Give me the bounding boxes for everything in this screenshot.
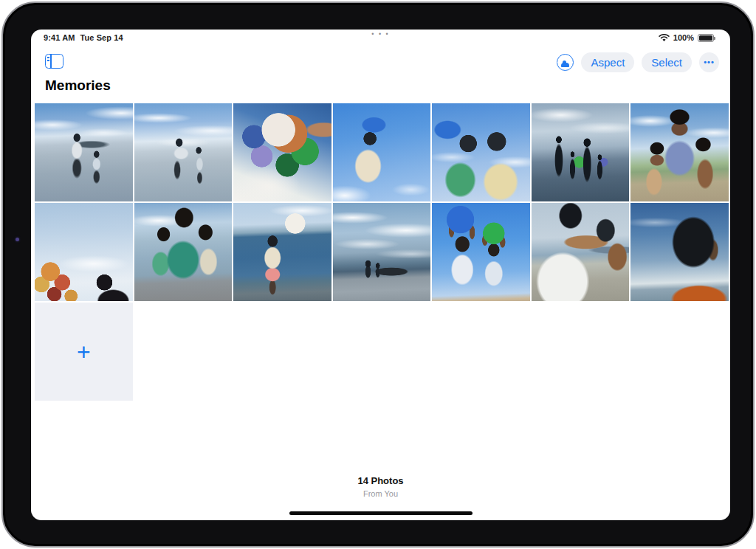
photo-thumbnail[interactable] — [35, 203, 133, 301]
wifi-icon — [659, 34, 670, 42]
more-options-button[interactable]: ••• — [699, 52, 719, 72]
photo-thumbnail[interactable] — [233, 103, 331, 201]
photo-thumbnail[interactable] — [432, 103, 530, 201]
home-indicator[interactable] — [289, 511, 472, 515]
icloud-sync-icon[interactable] — [557, 54, 574, 71]
aspect-button[interactable]: Aspect — [581, 52, 634, 72]
photo-thumbnail[interactable] — [532, 103, 630, 201]
battery-percent: 100% — [673, 33, 694, 42]
photo-thumbnail[interactable] — [233, 203, 331, 301]
photo-thumbnail[interactable] — [532, 203, 630, 301]
photo-thumbnail[interactable] — [630, 103, 729, 201]
footer-summary: 14 Photos From You — [31, 475, 730, 498]
photo-thumbnail[interactable] — [432, 203, 530, 301]
photo-thumbnail[interactable] — [134, 103, 233, 201]
photo-source: From You — [31, 489, 730, 498]
photo-thumbnail[interactable] — [134, 203, 233, 301]
status-indicators: 100% — [659, 33, 714, 42]
photo-thumbnail[interactable] — [35, 103, 133, 201]
photo-thumbnail[interactable] — [333, 203, 431, 301]
select-button[interactable]: Select — [642, 52, 692, 72]
photos-app-screen: 9:41 AMTue Sep 14 • • • 100% — [31, 30, 730, 520]
sidebar-icon — [45, 54, 63, 69]
multitasking-indicator-icon[interactable]: • • • — [31, 30, 730, 38]
ipad-bezel: 9:41 AMTue Sep 14 • • • 100% — [1, 1, 755, 548]
sidebar-toggle-button[interactable] — [45, 54, 64, 69]
photo-count: 14 Photos — [31, 475, 730, 486]
page-title: Memories — [45, 77, 111, 94]
front-camera — [16, 238, 19, 241]
add-photos-tile[interactable]: + — [35, 303, 133, 401]
photo-thumbnail[interactable] — [630, 203, 729, 301]
plus-icon: + — [77, 340, 91, 364]
battery-icon — [698, 34, 714, 42]
toolbar: Aspect Select ••• — [31, 52, 730, 74]
photo-thumbnail[interactable] — [333, 103, 431, 201]
toolbar-right-group: Aspect Select ••• — [557, 52, 719, 72]
screenshot-stage: 9:41 AMTue Sep 14 • • • 100% — [0, 0, 756, 549]
memories-photo-grid: + — [35, 103, 729, 401]
cloud-icon — [561, 63, 569, 67]
status-bar: 9:41 AMTue Sep 14 • • • 100% — [31, 30, 730, 46]
